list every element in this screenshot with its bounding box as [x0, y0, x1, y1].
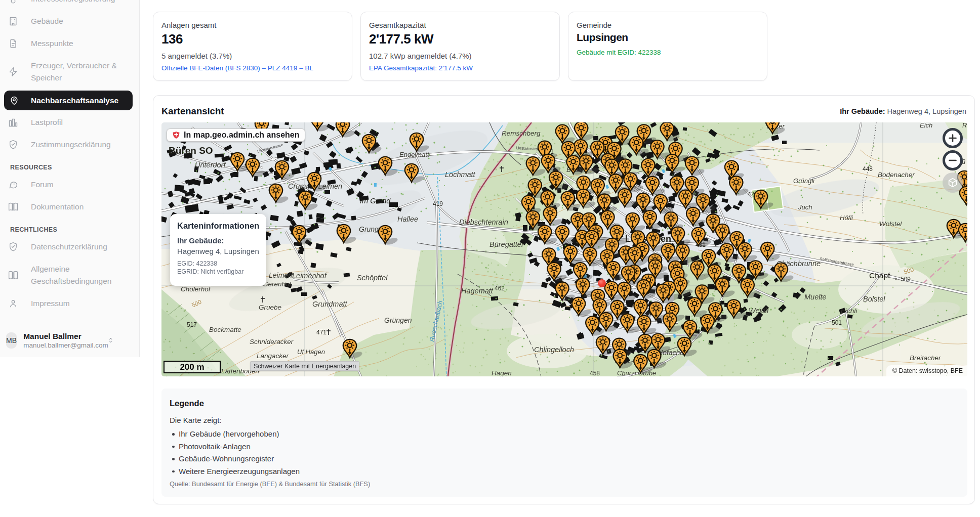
svg-text:Grüngli: Grüngli	[793, 177, 815, 185]
svg-text:Schöpftel: Schöpftel	[357, 274, 388, 282]
svg-text:Schnideracker: Schnideracker	[250, 338, 294, 346]
svg-text:501: 501	[832, 319, 842, 326]
svg-text:Gruebe: Gruebe	[259, 304, 281, 311]
svg-text:Bockmatte: Bockmatte	[209, 326, 241, 333]
svg-text:Leimenhof: Leimenhof	[292, 272, 328, 280]
svg-text:Wolstel: Wolstel	[879, 220, 902, 228]
svg-text:Engelmatt: Engelmatt	[399, 151, 430, 158]
svg-text:Hallee: Hallee	[397, 215, 418, 223]
svg-text:Eich: Eich	[920, 122, 932, 129]
svg-text:419: 419	[433, 200, 443, 207]
svg-text:Diebschtenrain: Diebschtenrain	[459, 218, 508, 226]
svg-text:Bodenacher: Bodenacher	[878, 171, 915, 179]
svg-text:Gerenhof: Gerenhof	[263, 280, 292, 288]
svg-text:Höfli: Höfli	[840, 214, 853, 222]
svg-text:517: 517	[187, 321, 197, 328]
svg-text:Im Grund: Im Grund	[360, 197, 391, 205]
svg-text:Weidli: Weidli	[749, 307, 769, 315]
svg-text:Uf Hagen: Uf Hagen	[297, 348, 325, 356]
svg-text:Chapf: Chapf	[869, 271, 890, 280]
svg-text:509: 509	[901, 276, 911, 283]
svg-text:Eichli: Eichli	[841, 307, 858, 315]
svg-text:Grüngen: Grüngen	[384, 316, 412, 324]
svg-text:Rot: Rot	[962, 122, 967, 129]
svg-text:Remschberg: Remschberg	[502, 130, 541, 137]
svg-text:Leimen: Leimen	[269, 271, 292, 279]
svg-text:Hagematt: Hagematt	[461, 287, 494, 295]
svg-text:Bolstel: Bolstel	[863, 295, 885, 303]
svg-text:Juch: Juch	[798, 203, 812, 211]
svg-text:Unterdorf: Unterdorf	[195, 161, 226, 169]
svg-text:Chlingelloch: Chlingelloch	[534, 346, 574, 354]
svg-text:Grung: Grung	[359, 225, 379, 233]
svg-text:Lochmatt: Lochmatt	[445, 170, 476, 179]
svg-text:Langacker: Langacker	[257, 352, 289, 360]
svg-text:Büren SO: Büren SO	[169, 145, 213, 156]
svg-text:448: 448	[863, 165, 873, 173]
svg-text:Muelte: Muelte	[804, 293, 827, 301]
svg-text:Büregatter: Büregatter	[489, 240, 524, 248]
svg-text:471: 471	[316, 329, 326, 336]
svg-text:Hagen: Hagen	[492, 369, 512, 376]
svg-text:Breitacher: Breitacher	[910, 354, 941, 362]
svg-text:Grundmatt: Grundmatt	[312, 300, 347, 308]
svg-text:×: ×	[894, 276, 897, 282]
svg-text:462: 462	[495, 285, 505, 292]
svg-text:458: 458	[590, 370, 600, 376]
svg-text:Cholerhof: Cholerhof	[181, 285, 211, 293]
